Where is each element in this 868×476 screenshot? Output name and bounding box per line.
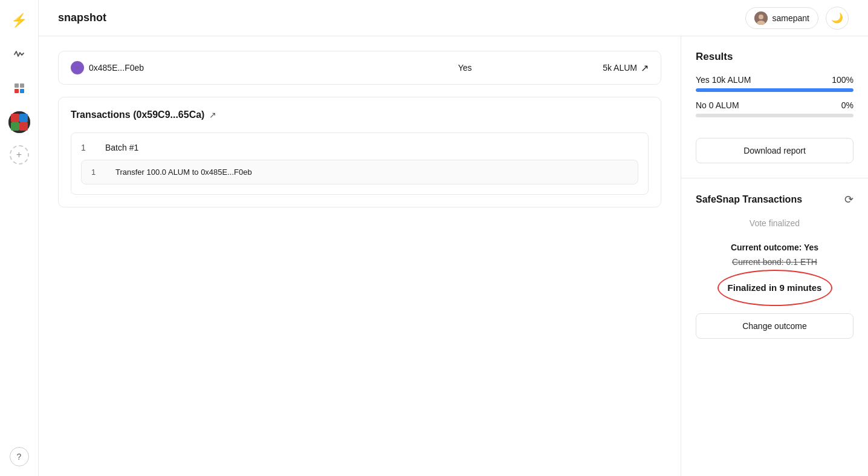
sidebar: ⚡ + ? bbox=[0, 0, 39, 476]
trend-icon: ↗ bbox=[641, 62, 649, 74]
refresh-icon[interactable]: ⟳ bbox=[844, 193, 853, 206]
svg-rect-1 bbox=[20, 83, 24, 88]
sidebar-item-grid[interactable] bbox=[8, 77, 30, 99]
dark-mode-button[interactable]: 🌙 bbox=[826, 7, 849, 30]
progress-no-track bbox=[696, 114, 853, 117]
right-panel: Results Yes 10k ALUM 100% No 0 ALUM 0% bbox=[681, 36, 868, 476]
voter-vote: Yes bbox=[337, 63, 593, 73]
left-panel: 0x485E...F0eb Yes 5k ALUM ↗ Transactions… bbox=[39, 36, 681, 476]
current-outcome-label: Current outcome: Yes bbox=[696, 243, 853, 252]
help-button[interactable]: ? bbox=[10, 447, 29, 466]
voter-address: 0x485E...F0eb bbox=[89, 63, 144, 73]
finalized-badge: Finalized in 9 minutes bbox=[713, 276, 837, 299]
batch-container: 1 Batch #1 1 Transfer 100.0 ALUM to 0x48… bbox=[71, 132, 649, 195]
safesnap-section: SafeSnap Transactions ⟳ Vote finalized C… bbox=[681, 178, 868, 353]
result-no-label: No 0 ALUM bbox=[696, 100, 739, 110]
results-title: Results bbox=[696, 51, 853, 63]
transactions-card: Transactions (0x59C9...65Ca) ↗ 1 Batch #… bbox=[58, 97, 661, 207]
batch-label: Batch #1 bbox=[105, 143, 138, 152]
avatar[interactable] bbox=[8, 111, 30, 133]
svg-rect-0 bbox=[15, 83, 19, 88]
download-report-button[interactable]: Download report bbox=[696, 138, 853, 163]
results-section: Results Yes 10k ALUM 100% No 0 ALUM 0% bbox=[681, 36, 868, 178]
voter-address-wrap: 0x485E...F0eb bbox=[71, 61, 327, 74]
result-yes-label-row: Yes 10k ALUM 100% bbox=[696, 75, 853, 85]
add-button[interactable]: + bbox=[10, 145, 29, 165]
voter-power-text: 5k ALUM bbox=[603, 63, 637, 73]
transactions-title: Transactions (0x59C9...65Ca) bbox=[71, 109, 204, 120]
transfer-text: Transfer 100.0 ALUM to 0x485E...F0eb bbox=[115, 168, 252, 177]
svg-point-10 bbox=[759, 15, 763, 19]
transfer-num: 1 bbox=[91, 168, 106, 177]
progress-yes-track bbox=[696, 88, 853, 92]
svg-rect-6 bbox=[19, 114, 28, 122]
result-no-pct: 0% bbox=[841, 100, 853, 110]
external-link-icon[interactable]: ↗ bbox=[209, 110, 216, 120]
logo-icon[interactable]: ⚡ bbox=[8, 10, 30, 31]
result-yes-label: Yes 10k ALUM bbox=[696, 75, 751, 85]
batch-num: 1 bbox=[81, 143, 96, 152]
sidebar-item-activity[interactable] bbox=[8, 44, 30, 65]
progress-yes-fill bbox=[696, 88, 853, 92]
svg-rect-2 bbox=[15, 89, 19, 93]
header-right: samepant 🌙 bbox=[745, 7, 849, 30]
result-no-label-row: No 0 ALUM 0% bbox=[696, 100, 853, 110]
voter-row: 0x485E...F0eb Yes 5k ALUM ↗ bbox=[58, 51, 661, 85]
user-avatar bbox=[754, 11, 768, 25]
safesnap-title: SafeSnap Transactions bbox=[696, 194, 802, 205]
main-content: snapshot samepant 🌙 bbox=[39, 0, 868, 476]
transfer-row: 1 Transfer 100.0 ALUM to 0x485E...F0eb bbox=[81, 160, 638, 184]
result-no-row: No 0 ALUM 0% bbox=[696, 100, 853, 117]
finalized-container: Finalized in 9 minutes bbox=[696, 276, 853, 299]
voter-dot bbox=[71, 61, 84, 74]
svg-rect-3 bbox=[20, 89, 24, 93]
safesnap-header: SafeSnap Transactions ⟳ bbox=[696, 193, 853, 206]
username-label: samepant bbox=[772, 13, 809, 23]
svg-rect-7 bbox=[11, 122, 19, 131]
page-title: snapshot bbox=[58, 11, 106, 24]
svg-rect-8 bbox=[19, 122, 28, 131]
result-yes-pct: 100% bbox=[832, 75, 853, 85]
svg-rect-5 bbox=[11, 114, 19, 122]
content-area: 0x485E...F0eb Yes 5k ALUM ↗ Transactions… bbox=[39, 36, 868, 476]
result-yes-row: Yes 10k ALUM 100% bbox=[696, 75, 853, 92]
header: snapshot samepant 🌙 bbox=[39, 0, 868, 36]
current-bond-label: Current bond: 0.1 ETH bbox=[696, 257, 853, 267]
transactions-header: Transactions (0x59C9...65Ca) ↗ bbox=[71, 109, 649, 120]
user-badge[interactable]: samepant bbox=[745, 7, 818, 29]
voter-power: 5k ALUM ↗ bbox=[603, 62, 649, 74]
vote-finalized-text: Vote finalized bbox=[696, 218, 853, 228]
batch-header: 1 Batch #1 bbox=[81, 143, 638, 152]
change-outcome-button[interactable]: Change outcome bbox=[696, 313, 853, 339]
